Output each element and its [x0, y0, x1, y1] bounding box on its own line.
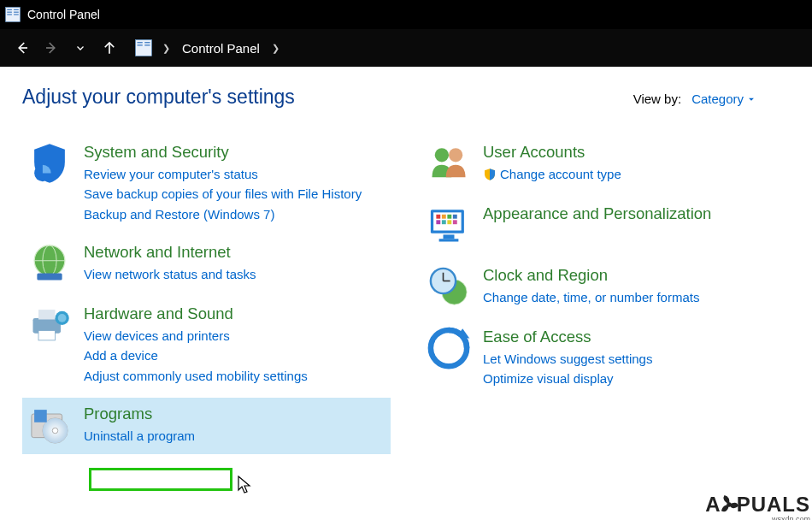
category-link[interactable]: Optimize visual display	[483, 369, 652, 388]
category-link[interactable]: View devices and printers	[84, 326, 308, 346]
svg-rect-40	[453, 215, 457, 219]
view-by-value: Category	[691, 92, 744, 106]
svg-point-25	[58, 314, 67, 322]
printer-hardware-icon	[27, 303, 72, 347]
category-title[interactable]: System and Security	[84, 143, 362, 162]
svg-point-29	[52, 428, 58, 434]
page-heading: Adjust your computer's settings	[22, 86, 295, 109]
svg-rect-3	[7, 14, 12, 15]
forward-button[interactable]	[39, 36, 63, 60]
category-link[interactable]: Let Windows suggest settings	[483, 349, 652, 369]
svg-rect-20	[37, 273, 62, 280]
category-link[interactable]: Change account type	[483, 164, 621, 184]
category-ease-of-access: Ease of Access Let Windows suggest setti…	[421, 321, 790, 396]
control-panel-icon	[5, 7, 21, 22]
svg-rect-22	[38, 310, 56, 319]
svg-rect-42	[442, 220, 446, 224]
globe-network-icon	[27, 241, 72, 286]
svg-rect-2	[7, 12, 12, 13]
category-title[interactable]: Network and Internet	[84, 243, 256, 262]
svg-rect-36	[439, 239, 459, 241]
personalization-monitor-icon	[427, 203, 471, 247]
svg-point-32	[449, 148, 462, 162]
svg-rect-11	[138, 42, 143, 43]
category-network-and-internet: Network and Internet View network status…	[22, 236, 391, 292]
svg-rect-41	[436, 220, 440, 224]
clock-globe-icon	[427, 264, 471, 309]
svg-rect-4	[14, 9, 19, 10]
svg-rect-6	[14, 14, 19, 15]
programs-disc-icon	[27, 403, 72, 447]
up-button[interactable]	[97, 36, 121, 60]
category-link-uninstall[interactable]: Uninstall a program	[84, 426, 195, 446]
category-title[interactable]: Hardware and Sound	[84, 304, 308, 323]
view-by-control: View by: Category	[633, 92, 756, 106]
user-accounts-icon	[427, 141, 471, 186]
svg-rect-12	[138, 44, 143, 45]
content-area: Adjust your computer's settings View by:…	[0, 67, 812, 468]
breadcrumb-control-panel-icon[interactable]	[135, 39, 152, 56]
category-column-left: System and Security Review your computer…	[22, 136, 391, 459]
category-appearance-and-personalization: Appearance and Personalization	[421, 198, 790, 254]
svg-rect-39	[447, 215, 451, 219]
chevron-down-icon	[747, 95, 756, 103]
mouse-cursor-icon	[238, 476, 255, 496]
svg-rect-5	[14, 12, 19, 13]
breadcrumb-separator-icon[interactable]: ❯	[267, 43, 285, 54]
svg-rect-44	[453, 220, 457, 224]
category-clock-and-region: Clock and Region Change date, time, or n…	[421, 259, 790, 316]
breadcrumb-item[interactable]: Control Panel	[180, 41, 262, 56]
category-programs: Programs Uninstall a program	[22, 398, 391, 454]
breadcrumb-separator-icon[interactable]: ❯	[157, 43, 175, 54]
category-link[interactable]: Review your computer's status	[84, 164, 362, 184]
svg-point-31	[435, 148, 449, 162]
ease-of-access-icon	[427, 326, 471, 370]
window-title: Control Panel	[27, 8, 100, 21]
category-system-and-security: System and Security Review your computer…	[22, 136, 391, 231]
annotation-highlight-box	[89, 468, 232, 491]
view-by-label: View by:	[633, 92, 681, 106]
category-title[interactable]: Programs	[84, 405, 195, 423]
svg-rect-37	[436, 215, 440, 219]
category-title[interactable]: Ease of Access	[483, 328, 652, 346]
uac-shield-icon	[483, 168, 497, 181]
category-link[interactable]: View network status and tasks	[84, 264, 256, 284]
shield-system-icon	[27, 141, 72, 186]
svg-rect-1	[7, 9, 12, 10]
svg-rect-13	[144, 42, 150, 43]
category-link[interactable]: Change date, time, or number formats	[483, 287, 699, 307]
recent-locations-dropdown[interactable]	[68, 36, 92, 60]
category-hardware-and-sound: Hardware and Sound View devices and prin…	[22, 298, 391, 393]
category-user-accounts: User Accounts Change account type	[421, 136, 790, 192]
navigation-bar: ❯ Control Panel ❯	[0, 29, 812, 67]
category-title[interactable]: User Accounts	[483, 143, 621, 162]
category-link[interactable]: Adjust commonly used mobility settings	[84, 366, 308, 386]
category-link[interactable]: Backup and Restore (Windows 7)	[84, 204, 362, 224]
svg-rect-43	[447, 220, 451, 224]
watermark-fan-icon	[720, 495, 738, 514]
category-link[interactable]: Add a device	[84, 346, 308, 365]
svg-rect-35	[444, 234, 455, 239]
category-link[interactable]: Save backup copies of your files with Fi…	[84, 184, 362, 204]
window-titlebar: Control Panel	[0, 0, 812, 29]
svg-rect-30	[34, 410, 47, 422]
view-by-dropdown[interactable]: Category	[691, 92, 756, 106]
svg-rect-38	[442, 215, 446, 219]
svg-rect-23	[38, 330, 56, 340]
back-button[interactable]	[10, 36, 34, 60]
svg-rect-14	[144, 44, 150, 45]
category-column-right: User Accounts Change account type	[421, 136, 790, 459]
category-title[interactable]: Appearance and Personalization	[483, 204, 711, 223]
watermark: A PUALS wsxdn.com	[705, 493, 810, 517]
category-title[interactable]: Clock and Region	[483, 266, 699, 285]
